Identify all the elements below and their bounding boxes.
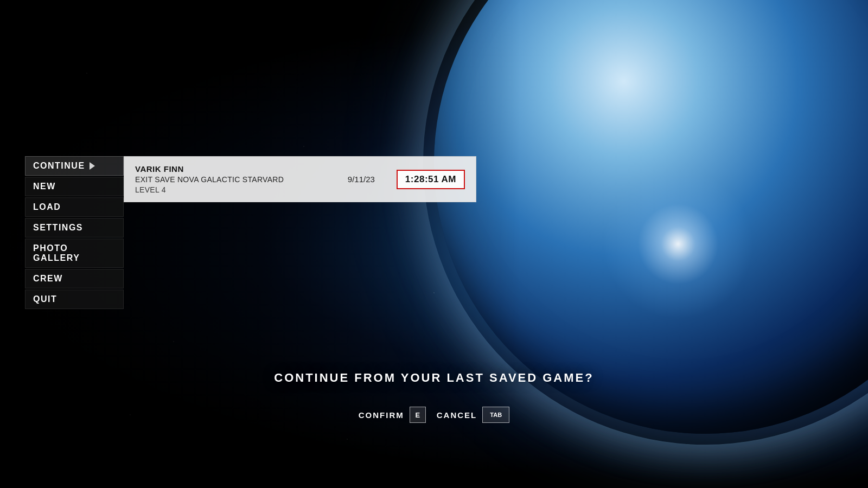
cancel-button[interactable]: CANCEL TAB	[437, 407, 510, 423]
dialog-question: CONTINUE FROM YOUR LAST SAVED GAME?	[244, 371, 624, 385]
main-menu: CONTINUENEWLOADSETTINGSPHOTO GALLERYCREW…	[25, 156, 124, 310]
save-info: Varik Finn EXIT SAVE Nova Galactic Starv…	[135, 164, 326, 194]
cancel-key: TAB	[482, 407, 509, 423]
confirm-button[interactable]: CONFIRM E	[359, 407, 426, 423]
save-date: 9/11/23	[337, 175, 386, 184]
menu-item-new[interactable]: NEW	[25, 177, 124, 196]
menu-item-photo-gallery[interactable]: PHOTO GALLERY	[25, 239, 124, 268]
save-description: EXIT SAVE Nova Galactic Starvard	[135, 175, 326, 184]
save-card[interactable]: Varik Finn EXIT SAVE Nova Galactic Starv…	[124, 156, 476, 202]
save-player-name: Varik Finn	[135, 164, 326, 174]
confirm-key: E	[410, 407, 426, 423]
confirm-label: CONFIRM	[359, 410, 404, 420]
menu-item-settings[interactable]: SETTINGS	[25, 218, 124, 237]
dialog-buttons: CONFIRM E CANCEL TAB	[244, 407, 624, 423]
save-time: 1:28:51 AM	[397, 170, 465, 189]
save-level: Level 4	[135, 185, 326, 194]
menu-item-continue[interactable]: CONTINUE	[25, 156, 124, 176]
cancel-label: CANCEL	[437, 410, 477, 420]
menu-item-load[interactable]: LOAD	[25, 197, 124, 217]
menu-item-quit[interactable]: QUIT	[25, 290, 124, 309]
confirm-dialog: CONTINUE FROM YOUR LAST SAVED GAME? CONF…	[244, 371, 624, 423]
menu-item-crew[interactable]: CREW	[25, 269, 124, 288]
